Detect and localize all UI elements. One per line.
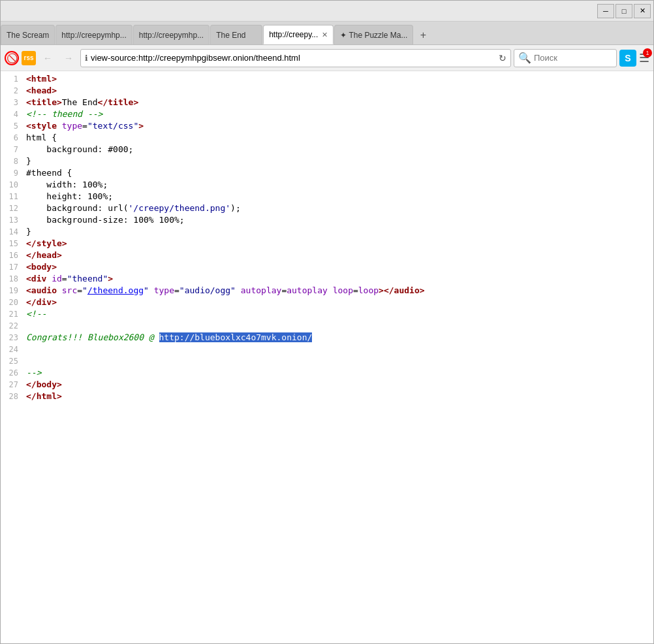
source-line-1: 1 <html> [1, 74, 653, 86]
toolbar: 🚫 rss ← → ℹ ↻ 🔍 S ☰ 1 [1, 45, 653, 71]
source-line-14: 14 } [1, 227, 653, 238]
tab-the-scream[interactable]: The Scream [1, 25, 55, 44]
tab-label: The End [216, 31, 245, 40]
menu-button[interactable]: ☰ 1 [639, 51, 649, 65]
source-line-21: 21 <!-- [1, 309, 653, 321]
source-line-13: 13 background-size: 100% 100%; [1, 215, 653, 227]
search-bar[interactable]: 🔍 [514, 49, 617, 67]
source-line-26: 26 --> [1, 368, 653, 379]
source-line-5: 5 <style type="text/css"> [1, 121, 653, 133]
title-bar-controls: ─ □ ✕ [597, 4, 651, 18]
tab-label: http://creepymhp... [139, 31, 204, 40]
menu-badge: 1 [643, 48, 652, 57]
skype-icon[interactable]: S [619, 50, 636, 67]
minimize-button[interactable]: ─ [597, 4, 614, 18]
search-input[interactable] [534, 53, 612, 63]
source-line-24: 24 [1, 344, 653, 356]
search-icon: 🔍 [518, 52, 531, 64]
tab-label: http://creepy... [269, 30, 318, 39]
browser-window: ─ □ ✕ The Scream http://creepymhp... htt… [0, 0, 654, 644]
source-line-15: 15 </style> [1, 238, 653, 250]
tab-label: ✦ The Puzzle Ma... [340, 31, 407, 40]
source-line-25: 25 [1, 356, 653, 368]
source-line-12: 12 background: url('/creepy/theend.png')… [1, 203, 653, 215]
source-line-9: 9 #theend { [1, 168, 653, 180]
source-line-23: 23 Congrats!!! Bluebox2600 @ http://blue… [1, 332, 653, 344]
new-tab-button[interactable]: + [414, 26, 432, 44]
source-line-19: 19 <audio src="/theend.ogg" type="audio/… [1, 285, 653, 297]
no-style-icon[interactable]: 🚫 [5, 51, 19, 65]
tab-label: http://creepymhp... [61, 31, 126, 40]
source-line-18: 18 <div id="theend"> [1, 274, 653, 285]
source-line-20: 20 </div> [1, 297, 653, 309]
source-line-2: 2 <head> [1, 86, 653, 97]
tab-close-button[interactable]: ✕ [322, 31, 328, 39]
source-line-28: 28 </html> [1, 391, 653, 403]
address-bar[interactable]: ℹ ↻ [80, 49, 511, 67]
tabs-bar: The Scream http://creepymhp... http://cr… [1, 22, 653, 45]
source-line-17: 17 <body> [1, 262, 653, 274]
source-line-3: 3 <title>The End</title> [1, 97, 653, 109]
source-line-27: 27 </body> [1, 379, 653, 391]
tab-creepy-3[interactable]: http://creepymhp... [133, 25, 210, 44]
address-input[interactable] [91, 53, 496, 63]
maximize-button[interactable]: □ [615, 4, 632, 18]
close-button[interactable]: ✕ [634, 4, 651, 18]
back-button[interactable]: ← [39, 49, 57, 67]
source-view: 1 <html> 2 <head> 3 <title>The End</titl… [1, 71, 653, 643]
source-line-4: 4 <!-- theend --> [1, 109, 653, 121]
info-icon: ℹ [85, 54, 88, 63]
source-line-8: 8 } [1, 156, 653, 168]
tab-the-end[interactable]: The End [210, 25, 262, 44]
tab-creepy-2[interactable]: http://creepymhp... [55, 25, 132, 44]
source-line-6: 6 html { [1, 133, 653, 144]
forward-button[interactable]: → [59, 49, 78, 67]
tab-label: The Scream [7, 31, 49, 40]
refresh-button[interactable]: ↻ [499, 53, 506, 63]
source-line-10: 10 width: 100%; [1, 180, 653, 191]
source-line-11: 11 height: 100%; [1, 191, 653, 203]
tab-puzzle[interactable]: ✦ The Puzzle Ma... [334, 25, 413, 44]
title-bar: ─ □ ✕ [1, 1, 653, 22]
source-line-16: 16 </head> [1, 250, 653, 262]
source-line-7: 7 background: #000; [1, 144, 653, 156]
rss-icon[interactable]: rss [22, 51, 36, 65]
source-line-22: 22 [1, 321, 653, 332]
tab-creepy-active[interactable]: http://creepy... ✕ [263, 25, 334, 44]
